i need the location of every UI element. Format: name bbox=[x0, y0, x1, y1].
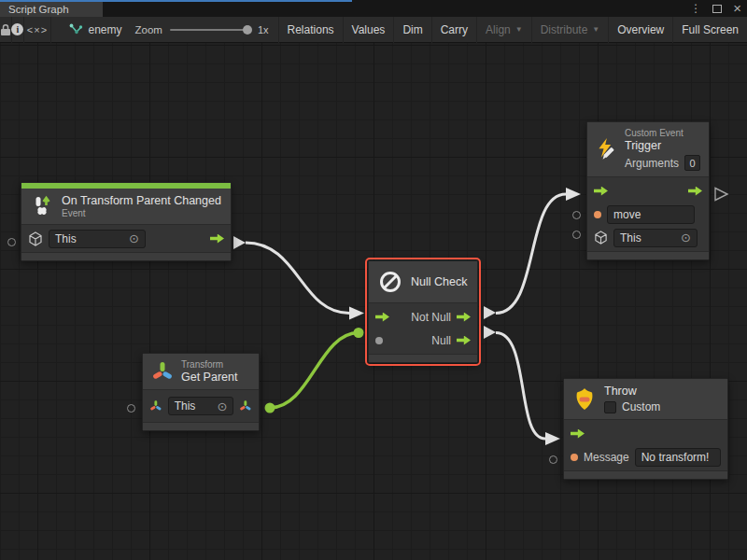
transform-event-icon bbox=[30, 194, 54, 218]
node-body: move This ⊙ bbox=[587, 177, 709, 252]
wire-null-to-throw[interactable] bbox=[496, 333, 545, 440]
zoom-label: Zoom bbox=[135, 24, 162, 35]
inspect-button[interactable]: i bbox=[11, 17, 23, 43]
window-controls: ⋮ × bbox=[690, 0, 741, 17]
unconnected-port-circle[interactable] bbox=[127, 404, 135, 413]
event-name-field[interactable]: move bbox=[607, 205, 695, 224]
target-field[interactable]: This ⊙ bbox=[613, 229, 698, 247]
unconnected-port-circle[interactable] bbox=[572, 231, 581, 239]
script-graph-window: Script Graph ⋮ × i <×> bbox=[0, 0, 747, 560]
graph-name: enemy bbox=[88, 23, 121, 36]
tab-script-graph[interactable]: Script Graph bbox=[0, 2, 103, 17]
code-icon: <×> bbox=[27, 24, 48, 35]
cube-icon bbox=[28, 231, 43, 246]
distribute-dropdown[interactable]: Distribute ▼ bbox=[531, 17, 609, 43]
tab-title: Script Graph bbox=[8, 4, 69, 15]
node-footer bbox=[143, 423, 259, 430]
transform-port-icon[interactable] bbox=[149, 399, 162, 413]
node-get-parent[interactable]: Transform Get Parent This ⊙ bbox=[142, 353, 260, 431]
zoom-control: Zoom 1x bbox=[135, 24, 278, 35]
node-body: Not Null Null bbox=[369, 303, 477, 355]
graph-reference[interactable]: enemy bbox=[50, 23, 134, 36]
tab-bar: Script Graph ⋮ × bbox=[0, 0, 747, 17]
node-header: On Transform Parent Changed Event bbox=[21, 189, 231, 225]
flow-source-triangle[interactable] bbox=[233, 236, 246, 249]
wire-getparent-to-nullcheck[interactable] bbox=[270, 333, 359, 409]
dim-button[interactable]: Dim bbox=[393, 17, 430, 43]
zoom-value: 1x bbox=[258, 24, 269, 35]
flow-source-triangle[interactable] bbox=[484, 326, 496, 339]
edit-source-button[interactable]: <×> bbox=[24, 17, 50, 43]
unconnected-output-triangle[interactable] bbox=[715, 189, 727, 201]
align-dropdown[interactable]: Align ▼ bbox=[476, 17, 531, 43]
zoom-slider-handle[interactable] bbox=[243, 25, 252, 35]
carry-button[interactable]: Carry bbox=[431, 17, 476, 43]
node-throw[interactable]: Throw Custom Message No transform! bbox=[563, 378, 728, 480]
values-button[interactable]: Values bbox=[343, 17, 394, 43]
node-header: Throw Custom bbox=[564, 379, 727, 420]
node-footer bbox=[587, 252, 709, 259]
wire-arrowhead bbox=[349, 307, 364, 320]
string-input-port[interactable] bbox=[571, 454, 578, 461]
node-category: Transform bbox=[181, 359, 237, 370]
object-picker-icon[interactable]: ⊙ bbox=[681, 231, 691, 244]
wire-arrowhead bbox=[545, 432, 560, 445]
unconnected-port-circle[interactable] bbox=[549, 455, 557, 464]
window-menu-icon[interactable]: ⋮ bbox=[690, 2, 701, 15]
script-graph-icon bbox=[69, 23, 83, 36]
node-title: Trigger bbox=[625, 139, 700, 152]
not-null-output-port[interactable] bbox=[457, 313, 471, 322]
unconnected-port-circle[interactable] bbox=[7, 238, 16, 246]
graph-canvas[interactable]: On Transform Parent Changed Event This ⊙ bbox=[0, 43, 747, 560]
fullscreen-button[interactable]: Full Screen bbox=[672, 17, 747, 43]
node-on-transform-parent-changed[interactable]: On Transform Parent Changed Event This ⊙ bbox=[21, 182, 232, 261]
custom-checkbox[interactable] bbox=[604, 401, 616, 413]
flow-input-port[interactable] bbox=[375, 313, 389, 322]
maximize-icon[interactable] bbox=[712, 5, 722, 13]
flow-output-port[interactable] bbox=[210, 234, 224, 244]
transform-icon bbox=[151, 360, 174, 383]
node-body: This ⊙ bbox=[21, 225, 231, 253]
node-custom-event-trigger[interactable]: Custom Event Trigger Arguments 0 bbox=[586, 121, 710, 260]
cube-icon bbox=[594, 231, 608, 245]
wire-notnull-to-customevent[interactable] bbox=[496, 194, 566, 314]
lock-button[interactable] bbox=[0, 17, 11, 43]
port-label: Not Null bbox=[395, 311, 451, 324]
null-check-icon bbox=[377, 269, 403, 295]
target-field[interactable]: This ⊙ bbox=[168, 397, 234, 415]
node-category: Custom Event bbox=[625, 128, 700, 138]
node-body: Message No transform! bbox=[564, 420, 727, 471]
arguments-field[interactable]: 0 bbox=[684, 155, 700, 171]
object-picker-icon[interactable]: ⊙ bbox=[217, 400, 227, 413]
value-input-port[interactable] bbox=[375, 337, 383, 344]
throw-error-icon bbox=[572, 387, 597, 412]
relations-button[interactable]: Relations bbox=[278, 17, 343, 43]
node-subtitle: Event bbox=[62, 208, 221, 218]
node-null-check[interactable]: Null Check Not Null Null bbox=[368, 260, 478, 363]
close-icon[interactable]: × bbox=[733, 4, 741, 13]
message-field[interactable]: No transform! bbox=[635, 448, 721, 467]
node-title: Throw bbox=[604, 385, 660, 398]
target-field[interactable]: This ⊙ bbox=[49, 230, 146, 248]
string-input-port[interactable] bbox=[594, 211, 601, 218]
node-title: Null Check bbox=[411, 275, 467, 288]
wire-arrowhead bbox=[566, 188, 581, 201]
node-body: This ⊙ bbox=[143, 390, 259, 423]
null-output-port[interactable] bbox=[457, 336, 471, 345]
flow-input-port[interactable] bbox=[594, 187, 608, 196]
overview-button[interactable]: Overview bbox=[608, 17, 672, 43]
zoom-slider[interactable] bbox=[170, 29, 250, 31]
flow-output-port[interactable] bbox=[688, 187, 702, 196]
transform-output-port-icon[interactable] bbox=[239, 399, 252, 413]
wire-event-to-nullcheck[interactable] bbox=[246, 243, 349, 314]
port-label: Null bbox=[388, 334, 451, 347]
message-label: Message bbox=[584, 451, 629, 464]
node-footer bbox=[369, 355, 477, 362]
flow-source-triangle[interactable] bbox=[484, 306, 496, 319]
lock-icon bbox=[0, 23, 11, 36]
object-picker-icon[interactable]: ⊙ bbox=[129, 232, 139, 245]
arguments-label: Arguments bbox=[625, 157, 679, 170]
unconnected-port-circle[interactable] bbox=[572, 211, 581, 219]
flow-input-port[interactable] bbox=[571, 429, 585, 439]
node-title: Get Parent bbox=[181, 371, 237, 384]
